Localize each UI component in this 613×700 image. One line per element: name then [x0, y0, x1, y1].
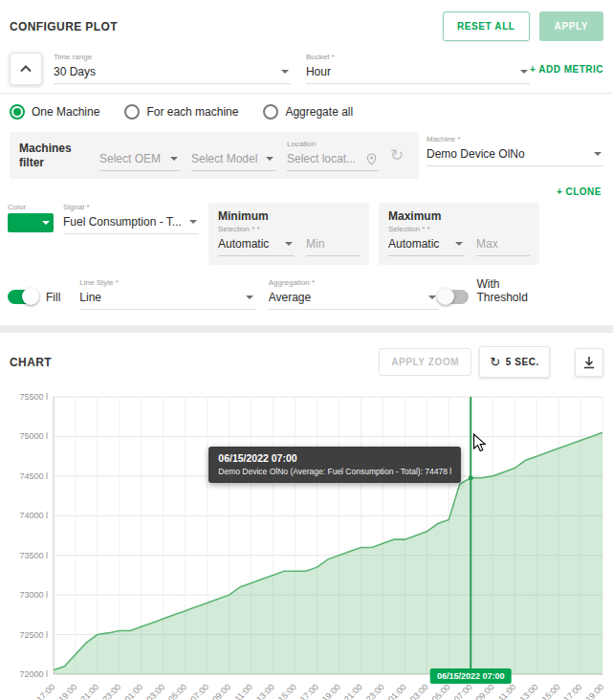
svg-text:74500 l: 74500 l: [19, 471, 48, 481]
signal-label: Signal *: [63, 203, 199, 211]
svg-text:17:00: 17:00: [34, 682, 56, 700]
chart-plot-area[interactable]: 72000 l72500 l73000 l73500 l74000 l74500…: [0, 387, 613, 700]
color-swatch[interactable]: [8, 213, 54, 232]
model-placeholder: Select Model: [191, 152, 257, 165]
svg-text:75000 l: 75000 l: [19, 431, 48, 441]
oem-placeholder: Select OEM: [99, 152, 161, 165]
location-pin-icon: [366, 153, 377, 165]
fill-toggle[interactable]: [8, 290, 38, 304]
chevron-down-icon: [266, 157, 274, 161]
chevron-down-icon: [594, 152, 602, 156]
svg-text:07:00: 07:00: [188, 682, 210, 700]
chevron-down-icon: [170, 157, 178, 161]
maximum-panel: Maximum Selection * * Automatic: [379, 203, 539, 265]
minimum-selection-select[interactable]: Selection * * Automatic: [218, 225, 295, 256]
with-threshold-toggle[interactable]: [438, 290, 469, 304]
line-options-row: Fill Line Style * Line Aggregation * Ave…: [0, 265, 613, 321]
model-select[interactable]: Select Model: [191, 140, 275, 171]
chevron-down-icon: [281, 70, 289, 74]
configure-plot-title: CONFIGURE PLOT: [10, 20, 118, 33]
chart-header: CHART APPLY ZOOM ↻ 5 SEC.: [0, 333, 613, 387]
fill-toggle-label: Fill: [46, 291, 60, 304]
svg-text:73000 l: 73000 l: [19, 590, 48, 600]
chevron-down-icon: [520, 70, 528, 74]
chevron-down-icon: [455, 242, 463, 246]
svg-text:13:00: 13:00: [254, 682, 276, 700]
radio-aggregate-all-label: Aggregate all: [285, 105, 353, 119]
svg-text:09:00: 09:00: [210, 682, 232, 700]
minimum-selection-label: Selection * *: [218, 225, 295, 233]
refresh-interval-label: 5 SEC.: [506, 357, 539, 367]
svg-text:72500 l: 72500 l: [19, 630, 48, 640]
chart-svg: 72000 l72500 l73000 l73500 l74000 l74500…: [0, 387, 613, 700]
download-chart-button[interactable]: [575, 348, 603, 377]
radio-one-machine-label: One Machine: [32, 105, 99, 119]
svg-text:19:00: 19:00: [320, 682, 342, 700]
chevron-down-icon: [42, 221, 50, 225]
machine-select-wrap: Machine * Demo Device OlNo: [427, 132, 603, 179]
svg-text:75500 l: 75500 l: [19, 392, 48, 402]
svg-text:07:00: 07:00: [452, 682, 474, 700]
apply-zoom-button[interactable]: APPLY ZOOM: [379, 348, 471, 376]
time-range-label: Time range: [54, 53, 291, 61]
apply-button[interactable]: APPLY: [539, 11, 603, 41]
location-select[interactable]: Location Select locat...: [287, 140, 379, 171]
line-style-value: Line: [79, 291, 101, 304]
svg-text:01:00: 01:00: [386, 682, 408, 700]
aggregation-select[interactable]: Aggregation * Average: [269, 278, 439, 310]
maximum-selection-value: Automatic: [388, 237, 439, 251]
maximum-selection-label: Selection * *: [388, 225, 465, 233]
bucket-label: Bucket *: [306, 53, 530, 61]
radio-aggregate-all[interactable]: Aggregate all: [263, 104, 353, 120]
svg-text:15:00: 15:00: [276, 682, 298, 700]
add-metric-button[interactable]: + ADD METRIC: [530, 64, 603, 75]
machines-filter-panel: Machines filter Select OEM Select Model …: [10, 132, 419, 179]
oem-select[interactable]: Select OEM: [99, 140, 180, 171]
signal-select[interactable]: Signal * Fuel Consumption - T...: [63, 203, 199, 234]
svg-text:01:00: 01:00: [122, 682, 144, 700]
svg-text:23:00: 23:00: [100, 682, 122, 700]
svg-text:09:00: 09:00: [474, 682, 496, 700]
line-style-select[interactable]: Line Style * Line: [79, 278, 254, 310]
bucket-select[interactable]: Bucket * Hour: [306, 53, 530, 84]
minimum-selection-value: Automatic: [218, 237, 269, 251]
chevron-down-icon: [428, 295, 436, 299]
svg-text:17:00: 17:00: [298, 682, 320, 700]
clone-button[interactable]: + CLONE: [557, 186, 602, 197]
refresh-machines-button[interactable]: ↻: [390, 147, 404, 164]
toggle-knob: [22, 288, 39, 305]
svg-text:73500 l: 73500 l: [19, 551, 48, 560]
minimum-value-input[interactable]: [306, 235, 360, 256]
aggregation-label: Aggregation *: [269, 278, 439, 287]
bucket-value: Hour: [306, 65, 331, 78]
time-range-value: 30 Days: [54, 65, 96, 78]
section-divider: [0, 325, 613, 333]
reset-all-button[interactable]: RESET ALL: [443, 11, 530, 41]
chevron-down-icon: [246, 295, 253, 299]
radio-for-each-machine-label: For each machine: [146, 105, 238, 119]
refresh-interval-button[interactable]: ↻ 5 SEC.: [479, 346, 550, 378]
collapse-panel-button[interactable]: [10, 53, 42, 85]
time-range-select[interactable]: Time range 30 Days: [54, 53, 291, 84]
svg-text:15:00: 15:00: [539, 682, 561, 700]
svg-text:03:00: 03:00: [144, 682, 166, 700]
machines-filter-row: Machines filter Select OEM Select Model …: [0, 130, 613, 179]
maximum-title: Maximum: [388, 209, 530, 223]
minimum-panel: Minimum Selection * * Automatic: [208, 203, 369, 265]
svg-text:11:00: 11:00: [233, 682, 255, 700]
radio-for-each-machine[interactable]: For each machine: [124, 104, 238, 120]
svg-text:05:00: 05:00: [166, 682, 188, 700]
line-style-label: Line Style *: [79, 278, 254, 287]
radio-one-machine[interactable]: One Machine: [10, 104, 99, 120]
sync-icon: ↻: [490, 355, 501, 369]
download-icon: [582, 356, 596, 369]
configure-plot-page: CONFIGURE PLOT RESET ALL APPLY Time rang…: [0, 0, 613, 700]
machine-select[interactable]: Machine * Demo Device OlNo: [427, 135, 603, 166]
maximum-selection-select[interactable]: Selection * * Automatic: [388, 225, 465, 256]
color-picker[interactable]: Color: [8, 203, 54, 232]
maximum-value-input[interactable]: [476, 235, 530, 256]
svg-text:03:00: 03:00: [408, 682, 430, 700]
machine-label: Machine *: [427, 135, 603, 143]
location-placeholder: Select locat...: [287, 152, 356, 165]
chart-title: CHART: [10, 356, 52, 369]
